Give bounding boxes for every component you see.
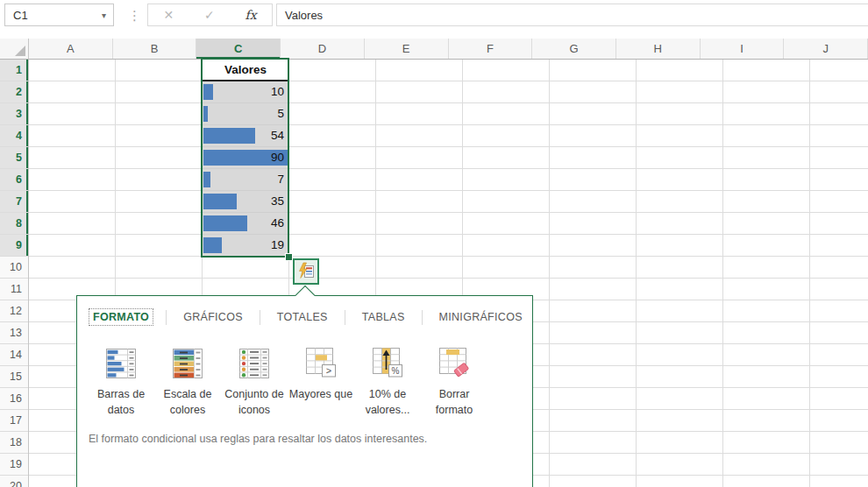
button-conjunto-de-iconos[interactable]: Conjunto de iconos [221,347,288,418]
data-cell-C9[interactable]: 19 [203,235,288,257]
row-header-6[interactable]: 6 [0,169,28,191]
name-box[interactable]: C1 ▾ [4,4,114,26]
row-header-7[interactable]: 7 [0,191,28,213]
select-all-triangle-icon [15,46,25,56]
column-headers: ABCDEFGHIJ [29,39,868,60]
button-label: Mayores que [289,386,352,402]
popup-footer-text: El formato condicional usa reglas para r… [89,433,532,445]
data-cell-C2[interactable]: 10 [203,81,288,103]
data-cell-C5[interactable]: 90 [203,147,288,169]
button-escala-de-colores[interactable]: Escala de colores [154,347,221,418]
data-cell-C8[interactable]: 46 [203,213,288,235]
quick-analysis-popup: FORMATOGRÁFICOSTOTALESTABLASMINIGRÁFICOS [76,295,533,487]
cell-value: 7 [277,169,284,190]
button-label: Borrar formato [421,386,487,418]
svg-text:>: > [326,365,331,376]
cell-value: 90 [271,147,284,168]
button-label: 10% de valores... [354,386,421,418]
column-header-B[interactable]: B [113,39,197,59]
button-mayores-que[interactable]: > Mayores que [288,347,354,418]
data-cell-C1[interactable]: Valores [203,60,288,81]
data-bar [203,215,247,231]
column-header-E[interactable]: E [365,39,449,59]
top-ten-percent-icon: % [371,347,404,382]
column-header-D[interactable]: D [281,39,365,59]
cell-value: 54 [271,125,284,146]
button-borrar-formato[interactable]: Borrar formato [421,347,487,418]
column-header-G[interactable]: G [532,39,616,59]
formula-bar-input[interactable]: Valores [276,4,868,26]
row-header-20[interactable]: 20 [0,476,28,487]
row-header-2[interactable]: 2 [0,81,28,103]
data-rows: 10554907354619 [203,81,288,257]
quick-analysis-button[interactable] [293,258,319,285]
enter-icon[interactable]: ✓ [204,8,215,22]
row-header-3[interactable]: 3 [0,103,28,125]
format-options-row: Barras de datos [88,347,532,418]
row-headers: 1234567891011121314151617181920 [0,60,29,487]
cell-value: 19 [271,235,284,256]
tab-gráficos[interactable]: GRÁFICOS [179,308,247,326]
tab-divider [260,310,260,325]
row-header-13[interactable]: 13 [0,322,28,344]
row-header-12[interactable]: 12 [0,300,28,322]
tab-minigráficos[interactable]: MINIGRÁFICOS [435,308,527,326]
greater-than-icon: > [304,347,338,382]
button-10-por-ciento[interactable]: % 10% de valores... [354,347,421,418]
row-header-5[interactable]: 5 [0,147,28,169]
cancel-icon[interactable]: ✕ [163,8,174,22]
column-header-H[interactable]: H [616,39,701,59]
button-label: Conjunto de iconos [221,386,288,418]
button-label: Barras de datos [88,386,154,418]
data-column-c: Valores 10554907354619 [203,60,288,257]
data-bar [203,84,213,100]
row-header-16[interactable]: 16 [0,388,28,410]
column-header-A[interactable]: A [29,39,113,59]
data-cell-C6[interactable]: 7 [203,169,288,191]
data-cell-C3[interactable]: 5 [203,103,288,125]
row-header-17[interactable]: 17 [0,410,28,432]
row-header-4[interactable]: 4 [0,125,28,147]
data-bar [203,128,255,144]
data-bar [203,194,237,209]
row-header-11[interactable]: 11 [0,279,28,300]
button-barras-de-datos[interactable]: Barras de datos [88,347,154,418]
data-bar [203,237,222,253]
tab-totales[interactable]: TOTALES [273,308,332,326]
tab-divider [166,310,167,325]
column-header-F[interactable]: F [449,39,533,59]
tab-tablas[interactable]: TABLAS [358,308,409,326]
formula-buttons-group: ✕ ✓ fx [147,4,273,26]
data-bar [203,106,208,122]
column-header-J[interactable]: J [784,39,868,59]
button-label: Escala de colores [154,386,221,418]
data-cell-C7[interactable]: 35 [203,191,288,213]
popup-tab-bar: FORMATOGRÁFICOSTOTALESTABLASMINIGRÁFICOS [89,308,532,326]
cell-value: 35 [271,191,284,212]
row-header-1[interactable]: 1 [0,60,28,81]
column-header-I[interactable]: I [701,39,785,59]
row-header-14[interactable]: 14 [0,344,28,366]
select-all-button[interactable] [0,39,29,60]
row-header-10[interactable]: 10 [0,257,28,279]
tab-divider [345,310,345,325]
row-header-9[interactable]: 9 [0,235,28,257]
name-box-dropdown-icon[interactable]: ▾ [102,11,113,20]
fill-handle[interactable] [285,253,293,261]
clear-format-icon [438,347,471,382]
row-header-19[interactable]: 19 [0,454,28,476]
row-header-8[interactable]: 8 [0,213,28,235]
name-box-value: C1 [5,9,102,22]
formula-bar-value: Valores [285,9,323,22]
data-cell-C4[interactable]: 54 [203,125,288,147]
formula-strip: C1 ▾ ⋮ ✕ ✓ fx Valores [0,0,868,33]
insert-function-icon[interactable]: fx [245,8,257,22]
color-scale-icon [171,347,204,382]
quick-analysis-icon [297,262,315,282]
tab-formato[interactable]: FORMATO [89,308,153,326]
column-header-C[interactable]: C [196,39,281,59]
cell-value: 46 [271,213,284,234]
row-header-18[interactable]: 18 [0,432,28,454]
row-header-15[interactable]: 15 [0,366,28,388]
cell-value: 10 [271,81,284,102]
